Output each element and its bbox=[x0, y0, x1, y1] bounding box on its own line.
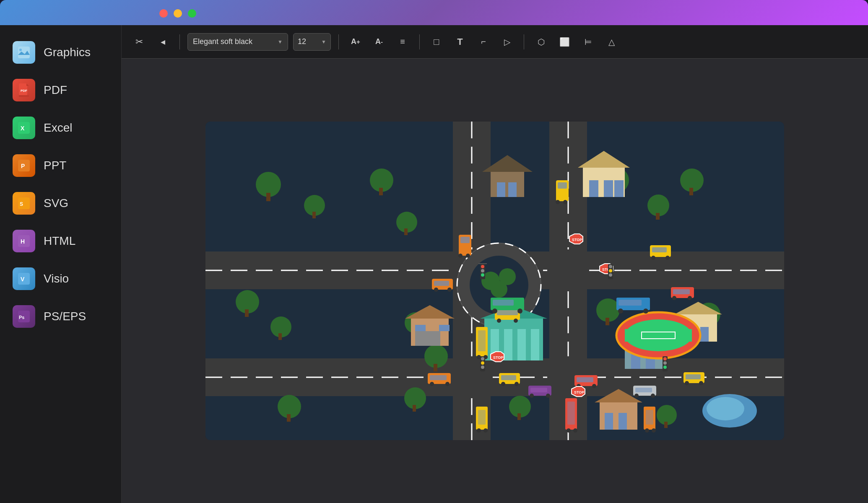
sidebar-item-pdf[interactable]: PDF PDF bbox=[0, 71, 121, 109]
road-map-svg: STOP STOP STOP STOP bbox=[205, 122, 784, 440]
sidebar-item-pseps[interactable]: Ps PS/EPS bbox=[0, 298, 121, 335]
svg-rect-98 bbox=[531, 329, 539, 360]
text-button[interactable]: T bbox=[451, 33, 469, 51]
sidebar-item-excel[interactable]: X Excel bbox=[0, 109, 121, 147]
content-area: ✂ ◂ Elegant soft black ▼ 12 ▼ A+ A- ≡ □ … bbox=[122, 25, 868, 503]
svg-point-138 bbox=[492, 309, 497, 314]
align-button[interactable]: ≡ bbox=[393, 33, 412, 51]
svg-rect-43 bbox=[379, 188, 383, 195]
svg-rect-129 bbox=[497, 310, 518, 315]
svg-point-208 bbox=[609, 273, 612, 277]
svg-rect-177 bbox=[567, 402, 575, 425]
html-icon: H bbox=[13, 230, 35, 252]
pseps-icon: Ps bbox=[13, 305, 35, 328]
svg-rect-86 bbox=[604, 180, 613, 197]
svg-rect-45 bbox=[404, 228, 408, 235]
svg-point-163 bbox=[592, 384, 596, 388]
svg-rect-97 bbox=[517, 329, 526, 360]
svg-rect-157 bbox=[501, 375, 516, 380]
frame-button[interactable]: ⬜ bbox=[555, 33, 574, 51]
traffic-light-red[interactable] bbox=[159, 9, 168, 18]
canvas-area: STOP STOP STOP STOP bbox=[122, 59, 868, 503]
font-size-select[interactable]: 12 ▼ bbox=[293, 33, 331, 51]
cut-button[interactable]: ✂ bbox=[130, 33, 148, 51]
svg-rect-47 bbox=[245, 309, 249, 317]
arrow-button[interactable]: ◂ bbox=[153, 33, 172, 51]
toolbar-divider-4 bbox=[524, 34, 524, 49]
svg-rect-79 bbox=[491, 172, 524, 197]
sidebar-item-label-graphics: Graphics bbox=[44, 46, 91, 59]
svg-point-1 bbox=[19, 49, 22, 51]
align2-button[interactable]: ⊨ bbox=[579, 33, 597, 51]
svg-rect-70 bbox=[287, 414, 291, 422]
svg-point-191 bbox=[563, 200, 567, 204]
traffic-light-green[interactable] bbox=[188, 9, 196, 18]
svg-rect-82 bbox=[508, 182, 517, 197]
svg-rect-91 bbox=[415, 325, 426, 331]
sidebar-item-svg[interactable]: S SVG bbox=[0, 184, 121, 222]
svg-point-203 bbox=[481, 273, 484, 277]
svg-point-187 bbox=[483, 428, 488, 433]
triangle-button[interactable]: △ bbox=[602, 33, 621, 51]
font-larger-button[interactable]: A+ bbox=[346, 33, 365, 51]
sidebar-item-graphics[interactable]: Graphics bbox=[0, 34, 121, 71]
toolbar-divider-1 bbox=[179, 34, 180, 49]
sidebar-item-label-excel: Excel bbox=[44, 121, 72, 135]
svg-text:STOP: STOP bbox=[493, 355, 503, 360]
svg-text:Ps: Ps bbox=[19, 315, 24, 320]
layers-button[interactable]: ⬡ bbox=[532, 33, 550, 51]
svg-point-202 bbox=[481, 269, 484, 272]
svg-rect-108 bbox=[700, 327, 709, 342]
svg-point-158 bbox=[501, 382, 505, 386]
svg-point-127 bbox=[665, 256, 670, 260]
svg-text:PDF: PDF bbox=[21, 89, 27, 93]
svg-point-186 bbox=[477, 428, 481, 433]
sidebar-item-label-svg: SVG bbox=[44, 197, 68, 210]
svg-rect-49 bbox=[278, 333, 282, 340]
svg-point-142 bbox=[618, 309, 623, 314]
svg-rect-161 bbox=[577, 377, 593, 382]
svg-rect-173 bbox=[686, 374, 701, 379]
svg-text:S: S bbox=[20, 201, 23, 207]
svg-rect-60 bbox=[656, 213, 660, 220]
svg-point-159 bbox=[515, 382, 519, 386]
svg-point-201 bbox=[481, 265, 484, 268]
sidebar-item-label-visio: Visio bbox=[44, 272, 69, 285]
svg-point-214 bbox=[663, 357, 667, 360]
svg-rect-96 bbox=[504, 329, 512, 360]
svg-rect-85 bbox=[589, 180, 598, 197]
svg-rect-39 bbox=[266, 193, 270, 201]
sidebar: Graphics PDF PDF X Excel bbox=[0, 25, 122, 503]
svg-point-155 bbox=[445, 382, 450, 386]
sidebar-item-ppt[interactable]: P PPT bbox=[0, 147, 121, 184]
svg-point-210 bbox=[481, 357, 484, 360]
sidebar-item-visio[interactable]: V Visio bbox=[0, 260, 121, 298]
svg-rect-189 bbox=[558, 182, 567, 189]
font-name-select[interactable]: Elegant soft black ▼ bbox=[187, 33, 288, 51]
sidebar-item-html[interactable]: H HTML bbox=[0, 222, 121, 260]
svg-text:STOP: STOP bbox=[574, 390, 584, 394]
rectangle-button[interactable]: □ bbox=[427, 33, 446, 51]
svg-point-183 bbox=[652, 428, 656, 433]
svg-rect-141 bbox=[619, 300, 642, 306]
svg-rect-145 bbox=[434, 281, 449, 286]
svg-point-179 bbox=[573, 428, 577, 433]
svg-text:X: X bbox=[21, 125, 25, 132]
canvas[interactable]: STOP STOP STOP STOP bbox=[205, 122, 784, 440]
font-smaller-button[interactable]: A- bbox=[370, 33, 388, 51]
svg-rect-90 bbox=[415, 331, 440, 346]
svg-rect-169 bbox=[635, 388, 652, 392]
svg-rect-53 bbox=[434, 364, 437, 371]
svg-rect-62 bbox=[689, 188, 693, 195]
svg-point-167 bbox=[546, 394, 550, 398]
svg-point-190 bbox=[556, 200, 560, 204]
sidebar-item-label-ppt: PPT bbox=[44, 159, 66, 172]
window-chrome bbox=[0, 0, 868, 25]
svg-rect-64 bbox=[606, 318, 609, 325]
pointer-button[interactable]: ▷ bbox=[498, 33, 516, 51]
svg-point-174 bbox=[685, 381, 689, 385]
svg-point-215 bbox=[663, 361, 667, 365]
angle-button[interactable]: ⌐ bbox=[474, 33, 493, 51]
svg-rect-149 bbox=[478, 330, 486, 351]
traffic-light-yellow[interactable] bbox=[174, 9, 182, 18]
